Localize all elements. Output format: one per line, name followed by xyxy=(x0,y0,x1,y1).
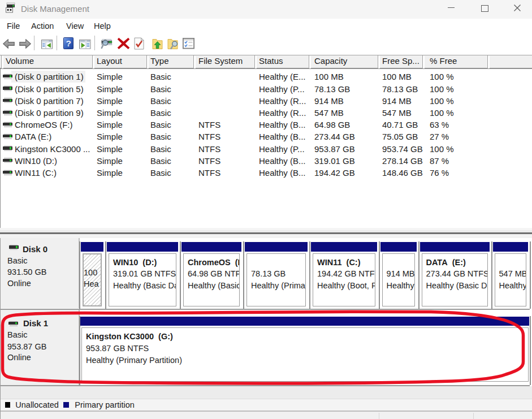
svg-text:?: ? xyxy=(66,38,71,48)
